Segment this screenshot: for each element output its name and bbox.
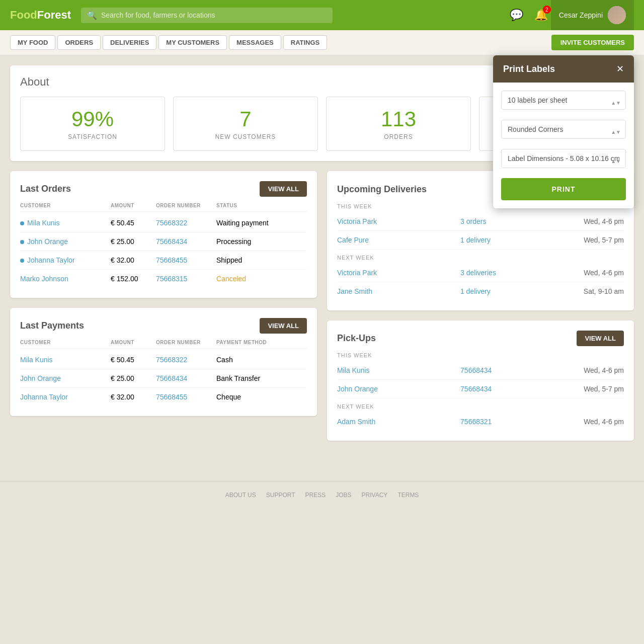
delivery-location-link[interactable]: Cafe Pure (337, 236, 369, 244)
payments-col-customer: CUSTOMER (20, 340, 111, 349)
status-dot (20, 259, 24, 263)
deliveries-next-week-label: NEXT WEEK (337, 255, 624, 261)
order-number-link[interactable]: 75668322 (156, 219, 216, 227)
logo-food: Food (10, 9, 37, 21)
delivery-name: Victoria Park (337, 269, 460, 277)
list-item: Mila Kunis 75668434 Wed, 4-6 pm (337, 361, 624, 380)
order-amount: € 25.00 (111, 237, 156, 246)
footer: ABOUT US SUPPORT PRESS JOBS PRIVACY TERM… (0, 481, 644, 509)
payments-col-amount: AMOUNT (111, 340, 156, 349)
nav-my-customers[interactable]: MY CUSTOMERS (158, 35, 227, 50)
last-orders-header: Last Orders VIEW ALL (20, 181, 307, 197)
pickup-customer-link[interactable]: Mila Kunis (337, 366, 370, 374)
order-customer: Mila Kunis (20, 219, 111, 227)
order-status: Processing (216, 237, 307, 246)
dimensions-select[interactable]: Label Dimensions - 5.08 x 10.16 cm Label… (501, 149, 626, 168)
notifications-icon-btn[interactable]: 🔔 2 (531, 6, 551, 25)
footer-link-privacy[interactable]: PRIVACY (362, 492, 388, 499)
order-number-link[interactable]: 75668455 (156, 393, 216, 401)
table-row: Johanna Taylor € 32.00 75668455 Shipped (20, 251, 307, 270)
pickup-customer: Adam Smith (337, 418, 460, 426)
delivery-location-link[interactable]: Victoria Park (337, 269, 377, 277)
order-number-link[interactable]: 75668322 (156, 356, 216, 364)
pickup-time: Wed, 4-6 pm (584, 366, 624, 374)
header-icons: 💬 🔔 2 (507, 6, 551, 25)
avatar-img (608, 6, 626, 24)
last-payments-section: Last Payments VIEW ALL CUSTOMER AMOUNT O… (10, 308, 317, 416)
delivery-orders-link[interactable]: 1 delivery (460, 287, 491, 295)
stat-new-customers-number: 7 (184, 107, 307, 131)
logo: FoodForest (10, 9, 71, 22)
pickups-view-all[interactable]: VIEW ALL (577, 331, 624, 346)
nav-orders[interactable]: ORDERS (57, 35, 101, 50)
delivery-time: Wed, 5-7 pm (584, 236, 624, 244)
pickups-section: Pick-Ups VIEW ALL THIS WEEK Mila Kunis 7… (327, 320, 634, 441)
pickup-order: 75668321 (460, 418, 584, 426)
footer-link-about[interactable]: ABOUT US (225, 492, 256, 499)
messages-icon-btn[interactable]: 💬 (507, 6, 526, 25)
modal-title: Print Labels (503, 64, 555, 74)
list-item: Jane Smith 1 delivery Sat, 9-10 am (337, 282, 624, 300)
search-input[interactable] (101, 11, 327, 19)
pickup-order-link[interactable]: 75668434 (460, 385, 492, 393)
delivery-orders-link[interactable]: 3 deliveries (460, 269, 496, 277)
footer-link-jobs[interactable]: JOBS (336, 492, 351, 499)
pickup-customer-link[interactable]: Adam Smith (337, 418, 375, 426)
pickup-order: 75668434 (460, 366, 584, 374)
pickup-order-link[interactable]: 75668321 (460, 418, 492, 426)
nav-ratings[interactable]: RATINGS (283, 35, 328, 50)
pickup-time: Wed, 5-7 pm (584, 385, 624, 393)
list-item: John Orange 75668434 Wed, 5-7 pm (337, 380, 624, 398)
last-orders-title: Last Orders (20, 184, 71, 194)
main-content: Print Labels ✕ 10 labels per sheet 20 la… (0, 55, 644, 461)
delivery-orders-link[interactable]: 3 orders (460, 217, 486, 225)
payments-col-method: PAYMENT METHOD (216, 340, 307, 349)
order-customer: Marko Johnson (20, 275, 111, 283)
payments-col-order-number: ORDER NUMBER (156, 340, 216, 349)
order-amount: € 50.45 (111, 219, 156, 227)
payment-method: Cheque (216, 393, 307, 401)
print-labels-modal: Print Labels ✕ 10 labels per sheet 20 la… (493, 55, 634, 208)
labels-per-sheet-select[interactable]: 10 labels per sheet 20 labels per sheet … (501, 91, 626, 110)
nav-messages[interactable]: MESSAGES (229, 35, 281, 50)
footer-link-terms[interactable]: TERMS (397, 492, 419, 499)
customer-link[interactable]: Johanna Taylor (20, 393, 111, 401)
left-column: Last Orders VIEW ALL CUSTOMER AMOUNT ORD… (10, 171, 317, 451)
last-payments-view-all[interactable]: VIEW ALL (260, 318, 307, 334)
order-number-link[interactable]: 75668434 (156, 237, 216, 246)
nav-my-food[interactable]: MY FOOD (10, 35, 55, 50)
customer-link[interactable]: John Orange (27, 237, 68, 246)
customer-link[interactable]: Johanna Taylor (27, 256, 75, 264)
two-col-layout: Last Orders VIEW ALL CUSTOMER AMOUNT ORD… (10, 171, 634, 451)
search-bar[interactable]: 🔍 (81, 8, 333, 23)
customer-link[interactable]: Marko Johnson (20, 275, 68, 283)
modal-close-button[interactable]: ✕ (616, 63, 624, 74)
customer-link[interactable]: Mila Kunis (27, 219, 60, 227)
table-row: Johanna Taylor € 32.00 75668455 Cheque (20, 388, 307, 406)
nav-deliveries[interactable]: DELIVERIES (103, 35, 156, 50)
delivery-name: Victoria Park (337, 217, 460, 225)
customer-link[interactable]: Mila Kunis (20, 356, 111, 364)
stat-orders-label: ORDERS (337, 133, 460, 140)
footer-link-press[interactable]: PRESS (305, 492, 326, 499)
order-number-link[interactable]: 75668315 (156, 275, 216, 283)
last-orders-view-all[interactable]: VIEW ALL (260, 181, 307, 197)
delivery-location-link[interactable]: Victoria Park (337, 217, 377, 225)
pickup-customer-link[interactable]: John Orange (337, 385, 378, 393)
pickup-order-link[interactable]: 75668434 (460, 366, 492, 374)
pickups-header: Pick-Ups VIEW ALL (337, 331, 624, 346)
order-customer: Johanna Taylor (20, 256, 111, 264)
stat-satisfaction: 99% SATISFACTION (20, 97, 165, 151)
footer-link-support[interactable]: SUPPORT (266, 492, 295, 499)
customer-link[interactable]: John Orange (20, 374, 111, 382)
delivery-orders-link[interactable]: 1 delivery (460, 236, 491, 244)
order-number-link[interactable]: 75668434 (156, 374, 216, 382)
stat-satisfaction-number: 99% (31, 107, 154, 131)
order-amount: € 152.00 (111, 275, 156, 283)
print-button[interactable]: PRINT (501, 178, 626, 200)
order-number-link[interactable]: 75668455 (156, 256, 216, 264)
right-column: Upcoming Deliveries 🖶 PRINT LABELS VIEW … (327, 171, 634, 451)
delivery-location-link[interactable]: Jane Smith (337, 287, 372, 295)
invite-customers-button[interactable]: INVITE CUSTOMERS (551, 35, 634, 50)
rounded-corners-select[interactable]: Rounded Corners Square Corners (501, 120, 626, 139)
